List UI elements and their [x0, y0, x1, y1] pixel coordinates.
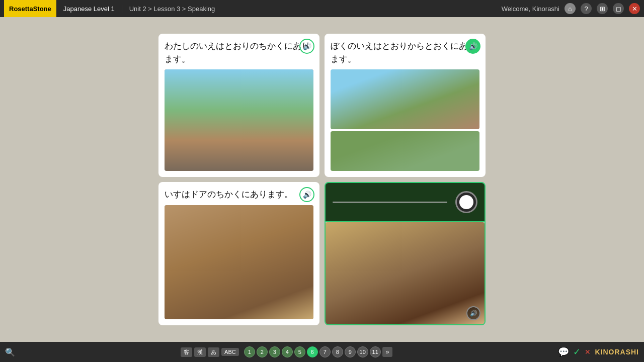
chair-store-image	[326, 222, 485, 324]
recording-panel	[325, 182, 486, 222]
course-title: Japanese Level 1	[56, 5, 122, 13]
cards-grid: わたしのいえはとおりのちかくにあります。 🔊 ぼくのいえはとおりからとおくにあり…	[158, 34, 486, 325]
card4-image-section: 🔊	[325, 222, 486, 325]
search-icon: 🔍	[5, 347, 15, 357]
page-dot-3[interactable]: 3	[269, 346, 280, 357]
page-dot-5[interactable]: 5	[294, 346, 305, 357]
card4-audio-button[interactable]: 🔊	[466, 306, 480, 320]
card1-audio-button[interactable]: 🔊	[299, 39, 314, 54]
speaker-icon-3: 🔊	[303, 191, 311, 199]
record-button[interactable]	[455, 191, 477, 213]
card-2: ぼくのいえはとおりからとおくにあります。 🔊	[325, 34, 486, 177]
card-1: わたしのいえはとおりのちかくにあります。 🔊	[158, 34, 319, 177]
search-button[interactable]: 🔍	[5, 347, 15, 357]
big-house-image	[331, 69, 479, 129]
bottom-right: 💬 ✓ ✕ KINORASHI	[558, 346, 639, 357]
bottom-left: 🔍	[5, 347, 15, 357]
page-dot-4[interactable]: 4	[282, 346, 293, 357]
lesson-path: Unit 2 > Lesson 3 > Speaking	[122, 5, 222, 13]
topbar-left: RosettaStone Japanese Level 1 Unit 2 > L…	[4, 0, 222, 17]
card2-images	[331, 69, 479, 171]
topbar: RosettaStone Japanese Level 1 Unit 2 > L…	[0, 0, 644, 17]
card1-image	[165, 69, 313, 171]
help-icon[interactable]: ?	[581, 3, 592, 14]
speaker-icon-4: 🔊	[470, 310, 477, 317]
page-dot-8[interactable]: 8	[332, 346, 343, 357]
page-dot-9[interactable]: 9	[345, 346, 356, 357]
home-icon[interactable]: ⌂	[565, 3, 576, 14]
topbar-right: Welcome, Kinorashi ⌂ ? ⊞ ◻ ✕	[502, 3, 640, 14]
rosetta-logo[interactable]: RosettaStone	[4, 0, 56, 17]
page-dot-7[interactable]: 7	[319, 346, 331, 357]
check-icon[interactable]: ✓	[573, 346, 581, 357]
window-icon[interactable]: ◻	[613, 3, 624, 14]
user-badge: KINORASHI	[595, 348, 639, 356]
card2-audio-button[interactable]: 🔊	[465, 39, 480, 54]
page-dots: 1 2 3 4 5 6 7 8 9 10 11 »	[244, 346, 393, 357]
card3-text: いすはドアのちかくにあります。	[165, 188, 313, 201]
record-dot	[459, 195, 473, 209]
char-mode-abc[interactable]: ABC	[221, 348, 239, 356]
speaker-icon: 🔊	[303, 42, 311, 50]
page-dot-10[interactable]: 10	[357, 346, 368, 357]
chair-door-image	[165, 205, 313, 320]
bottombar: 🔍 客 漢 あ ABC 1 2 3 4 5 6 7 8 9 10 11 » 💬 …	[0, 342, 644, 362]
chat-icon[interactable]: 💬	[558, 346, 569, 357]
page-dot-2[interactable]: 2	[257, 346, 268, 357]
speaker-active-icon: 🔊	[469, 42, 477, 50]
card3-image	[165, 205, 313, 320]
grid-icon[interactable]: ⊞	[597, 3, 608, 14]
woman-house-image	[165, 69, 313, 171]
char-mode-kanji[interactable]: 漢	[194, 347, 206, 357]
page-dot-11[interactable]: 11	[370, 346, 381, 357]
main-content: わたしのいえはとおりのちかくにあります。 🔊 ぼくのいえはとおりからとおくにあり…	[0, 17, 644, 342]
card2-text: ぼくのいえはとおりからとおくにあります。	[331, 40, 479, 65]
card3-audio-button[interactable]: 🔊	[299, 187, 314, 202]
close-icon[interactable]: ✕	[629, 3, 640, 14]
card1-text: わたしのいえはとおりのちかくにあります。	[165, 40, 313, 65]
next-page-button[interactable]: »	[382, 347, 393, 357]
bottom-center: 客 漢 あ ABC 1 2 3 4 5 6 7 8 9 10 11 »	[181, 346, 392, 357]
recorder-waveform	[333, 202, 447, 203]
char-mode-hiragana[interactable]: あ	[208, 347, 219, 357]
page-dot-1[interactable]: 1	[244, 346, 255, 357]
card-3: いすはドアのちかくにあります。 🔊	[158, 182, 319, 325]
welcome-text: Welcome, Kinorashi	[502, 5, 559, 13]
char-mode-kanji-complex[interactable]: 客	[181, 347, 192, 357]
x-icon[interactable]: ✕	[585, 348, 591, 356]
page-dot-6[interactable]: 6	[307, 346, 318, 357]
card-4: 🔊	[325, 182, 486, 325]
boy-outside-image	[331, 131, 479, 171]
